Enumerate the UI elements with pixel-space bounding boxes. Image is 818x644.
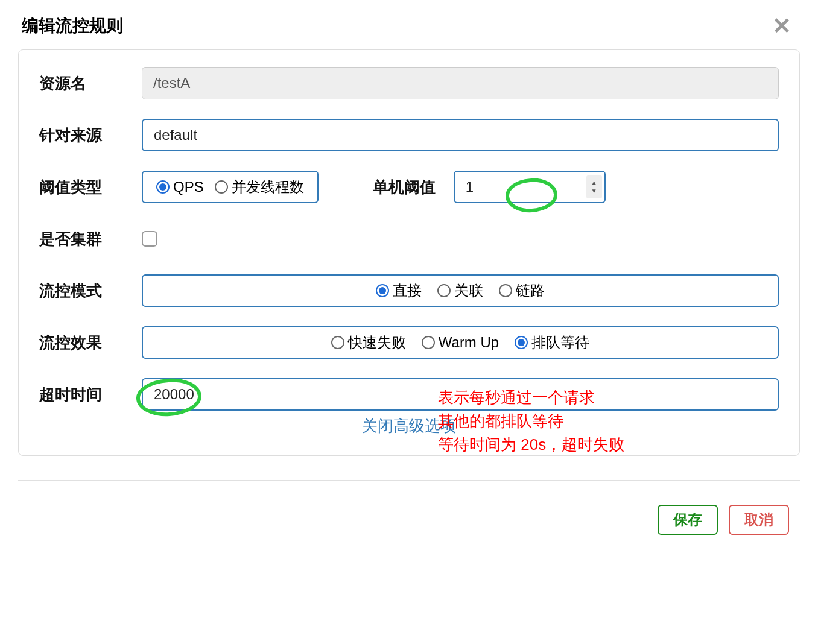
threshold-spinner: ▲ ▼	[586, 175, 602, 198]
row-timeout: 超时时间	[39, 378, 779, 411]
close-icon[interactable]: ✕	[767, 14, 796, 37]
radio-direct-label: 直接	[393, 281, 422, 300]
row-cluster: 是否集群	[39, 223, 779, 255]
annotation-line-3: 等待时间为 20s，超时失败	[438, 433, 624, 456]
radio-warm-up-icon	[422, 336, 435, 349]
label-threshold-type: 阈值类型	[39, 177, 142, 198]
radio-warm-up[interactable]: Warm Up	[422, 334, 499, 351]
row-threshold-type: 阈值类型 QPS 并发线程数 单机阈值 ▲	[39, 171, 779, 203]
radio-direct[interactable]: 直接	[376, 281, 422, 300]
save-button[interactable]: 保存	[658, 505, 718, 535]
label-cluster: 是否集群	[39, 229, 142, 250]
edit-flow-rule-modal: 编辑流控规则 ✕ 资源名 针对来源 阈值类型 QPS	[0, 0, 818, 553]
row-flow-mode: 流控模式 直接 关联 链路	[39, 274, 779, 307]
annotation-text: 表示每秒通过一个请求 其他的都排队等待 等待时间为 20s，超时失败	[438, 386, 624, 456]
label-limit-app: 针对来源	[39, 125, 142, 146]
radio-qps-label: QPS	[173, 178, 204, 195]
row-flow-effect: 流控效果 快速失败 Warm Up 排队等待	[39, 326, 779, 359]
advanced-link-wrap: 关闭高级选项	[39, 415, 779, 444]
spinner-down-icon[interactable]: ▼	[591, 187, 597, 195]
modal-header: 编辑流控规则 ✕	[0, 0, 818, 49]
flow-effect-radio-group: 快速失败 Warm Up 排队等待	[142, 326, 779, 359]
radio-qps[interactable]: QPS	[156, 178, 204, 195]
modal-footer: 保存 取消	[0, 481, 818, 553]
modal-body: 资源名 针对来源 阈值类型 QPS	[18, 49, 800, 456]
radio-relate[interactable]: 关联	[437, 281, 483, 300]
radio-queue[interactable]: 排队等待	[515, 333, 589, 352]
label-flow-mode: 流控模式	[39, 280, 142, 301]
radio-thread[interactable]: 并发线程数	[215, 177, 304, 197]
radio-thread-icon	[215, 180, 228, 194]
row-limit-app: 针对来源	[39, 119, 779, 151]
radio-fail-fast-label: 快速失败	[348, 333, 406, 352]
radio-queue-label: 排队等待	[531, 333, 589, 352]
radio-direct-icon	[376, 284, 389, 297]
radio-chain-icon	[499, 284, 512, 297]
radio-qps-icon	[156, 180, 170, 194]
resource-name-input	[142, 67, 779, 99]
radio-chain[interactable]: 链路	[499, 281, 545, 300]
annotation-line-2: 其他的都排队等待	[438, 409, 624, 433]
radio-fail-fast[interactable]: 快速失败	[331, 333, 406, 352]
radio-fail-fast-icon	[331, 336, 344, 349]
row-resource-name: 资源名	[39, 67, 779, 99]
radio-warm-up-label: Warm Up	[439, 334, 499, 351]
flow-mode-radio-group: 直接 关联 链路	[142, 274, 779, 307]
limit-app-input[interactable]	[142, 119, 779, 151]
label-timeout: 超时时间	[39, 384, 142, 405]
radio-relate-label: 关联	[454, 281, 483, 300]
radio-queue-icon	[515, 336, 528, 349]
radio-relate-icon	[437, 284, 451, 297]
label-single-threshold: 单机阈值	[373, 177, 436, 198]
single-threshold-input[interactable]	[454, 171, 606, 203]
spinner-up-icon[interactable]: ▲	[591, 178, 597, 187]
cluster-checkbox[interactable]	[142, 231, 157, 247]
annotation-line-1: 表示每秒通过一个请求	[438, 386, 624, 409]
label-flow-effect: 流控效果	[39, 332, 142, 353]
radio-thread-label: 并发线程数	[232, 177, 304, 197]
radio-chain-label: 链路	[516, 281, 545, 300]
modal-title: 编辑流控规则	[22, 14, 123, 37]
threshold-type-radio-group: QPS 并发线程数	[142, 171, 319, 203]
cancel-button[interactable]: 取消	[729, 505, 789, 535]
label-resource-name: 资源名	[39, 73, 142, 94]
